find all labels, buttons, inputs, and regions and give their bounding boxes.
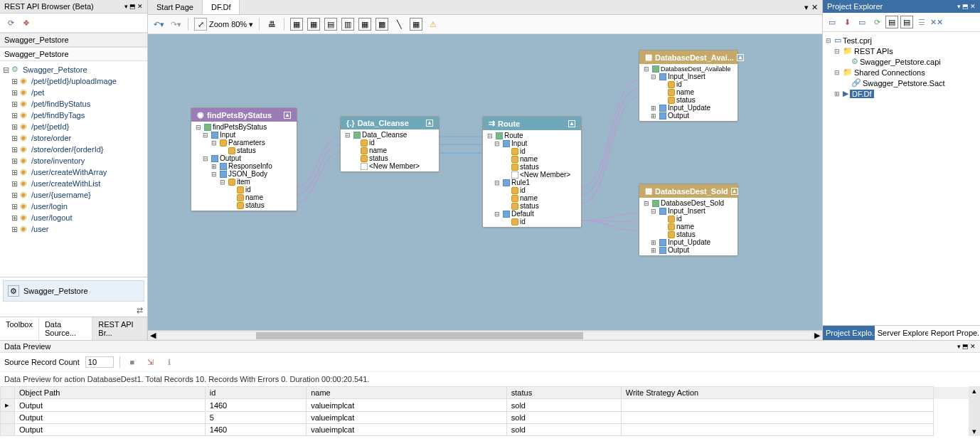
tree-leaf-selected[interactable]: DF.Df bbox=[850, 90, 874, 98]
node-database-dest-sold[interactable]: ▦DatabaseDest_Sold▲ ⊟DatabaseDest_Sold ⊟… bbox=[639, 184, 738, 256]
expand-icon[interactable]: ⊞ bbox=[10, 202, 18, 211]
horizontal-scrollbar[interactable]: ◀ ▶ bbox=[148, 330, 822, 340]
expand-icon[interactable]: ⊞ bbox=[10, 156, 18, 166]
expand-icon[interactable]: ⊞ bbox=[10, 225, 18, 234]
tab-close-icon[interactable]: ✕ bbox=[811, 3, 818, 12]
export-icon[interactable]: ⇲ bbox=[144, 356, 157, 368]
node-toggle-icon[interactable]: ▲ bbox=[731, 188, 738, 195]
tab-df-df[interactable]: DF.Df bbox=[203, 0, 240, 14]
refresh-icon[interactable]: ⟳ bbox=[870, 16, 883, 28]
tree-leaf[interactable]: Swagger_Petstore.capi bbox=[860, 58, 941, 66]
node-toggle-icon[interactable]: ▲ bbox=[568, 120, 575, 127]
tab-report-properties[interactable]: Report Prope... bbox=[928, 326, 980, 340]
undo-icon[interactable]: ↶▾ bbox=[152, 18, 165, 31]
dropdown-icon[interactable]: ▾ bbox=[124, 3, 128, 10]
pin-icon[interactable]: ⬒ bbox=[962, 343, 969, 350]
layout-4-icon[interactable]: ▥ bbox=[341, 18, 354, 31]
api-endpoint[interactable]: /user/login bbox=[31, 202, 68, 211]
tab-data-source[interactable]: Data Source... bbox=[39, 317, 92, 340]
api-endpoint[interactable]: /pet bbox=[31, 88, 44, 97]
layout-6-icon[interactable]: ▩ bbox=[376, 18, 388, 31]
api-endpoint[interactable]: /user/logout bbox=[31, 213, 72, 222]
scroll-up-icon[interactable]: ▴ bbox=[972, 386, 976, 395]
node-find-pets-by-status[interactable]: ◉findPetsByStatus▲ ⊟findPetsByStatus ⊟In… bbox=[191, 107, 297, 211]
tree-node[interactable]: Shared Connections bbox=[854, 68, 925, 77]
grid-icon[interactable]: ▦ bbox=[410, 18, 422, 31]
layout-5-icon[interactable]: ▦ bbox=[358, 18, 371, 31]
pin-icon[interactable]: ⬒ bbox=[129, 3, 136, 10]
tab-dropdown-icon[interactable]: ▾ bbox=[804, 3, 809, 12]
node-route[interactable]: ⇉Route▲ ⊟Route ⊟Input id name status <Ne… bbox=[482, 116, 582, 228]
expand-icon[interactable]: ⊞ bbox=[10, 179, 18, 189]
api-endpoint[interactable]: /pet/findByStatus bbox=[31, 100, 90, 108]
expand-icon[interactable]: ⊞ bbox=[10, 134, 18, 143]
col-object-path[interactable]: Object Path bbox=[15, 387, 206, 399]
api-endpoint[interactable]: /user bbox=[31, 225, 48, 233]
info-icon[interactable]: ℹ bbox=[163, 356, 176, 368]
tree-root-label[interactable]: Swagger_Petstore bbox=[23, 65, 87, 74]
pin-icon[interactable]: ⬒ bbox=[962, 3, 969, 10]
tool-icon-8[interactable]: ✕✕ bbox=[930, 16, 943, 28]
close-icon[interactable]: ✕ bbox=[970, 343, 976, 350]
expand-icon[interactable]: ⊞ bbox=[10, 191, 18, 200]
zoom-value[interactable]: 80% bbox=[231, 20, 247, 28]
data-preview-grid[interactable]: Object Path id name status Write Strateg… bbox=[0, 386, 969, 436]
api-endpoint[interactable]: /store/order/{orderId} bbox=[31, 145, 104, 154]
tab-rest-api-browser[interactable]: REST API Br... bbox=[92, 317, 147, 340]
api-endpoint[interactable]: /user/createWithList bbox=[31, 179, 100, 188]
expand-icon[interactable]: ⊞ bbox=[10, 213, 18, 223]
tab-toolbox[interactable]: Toolbox bbox=[0, 317, 39, 340]
col-id[interactable]: id bbox=[205, 387, 306, 399]
project-tree[interactable]: ⊟▭Test.cprj ⊟📁REST APIs ⚙Swagger_Petstor… bbox=[823, 32, 980, 325]
tool-icon-5[interactable]: ▤ bbox=[885, 16, 898, 28]
zoom-dropdown-icon[interactable]: ▾ bbox=[249, 20, 253, 29]
tool-icon-3[interactable]: ▭ bbox=[856, 16, 868, 28]
scroll-right-icon[interactable]: ▶ bbox=[812, 331, 822, 340]
nav-arrows[interactable]: ⇄ bbox=[0, 304, 147, 317]
warning-icon[interactable]: ⚠ bbox=[427, 18, 440, 31]
dropdown-icon[interactable]: ▾ bbox=[957, 343, 961, 350]
col-write-strategy[interactable]: Write Strategy Action bbox=[621, 387, 933, 399]
zoom-fit-icon[interactable]: ⤢ bbox=[194, 18, 207, 31]
dropdown-icon[interactable]: ▾ bbox=[957, 3, 961, 10]
col-status[interactable]: status bbox=[506, 387, 621, 399]
scroll-down-icon[interactable]: ▾ bbox=[972, 427, 976, 436]
close-icon[interactable]: ✕ bbox=[137, 3, 143, 10]
scroll-left-icon[interactable]: ◀ bbox=[148, 331, 158, 340]
line-tool-icon[interactable]: ╲ bbox=[393, 18, 405, 31]
tab-start-page[interactable]: Start Page bbox=[148, 0, 203, 14]
record-count-input[interactable] bbox=[85, 356, 114, 368]
layout-2-icon[interactable]: ▦ bbox=[307, 18, 320, 31]
tab-project-explorer[interactable]: Project Explo... bbox=[823, 326, 875, 340]
layout-3-icon[interactable]: ▤ bbox=[324, 18, 337, 31]
node-toggle-icon[interactable]: ▲ bbox=[737, 54, 744, 61]
refresh-icon[interactable]: ⟳ bbox=[4, 16, 17, 29]
tree-leaf[interactable]: Swagger_Petstore.Sact bbox=[863, 79, 945, 87]
layout-1-icon[interactable]: ▦ bbox=[290, 18, 303, 31]
redo-icon[interactable]: ↷▾ bbox=[169, 18, 182, 31]
api-endpoint[interactable]: /user/createWithArray bbox=[31, 168, 107, 176]
close-icon[interactable]: ✕ bbox=[970, 3, 976, 10]
expand-icon[interactable]: ⊞ bbox=[10, 145, 18, 154]
tool-icon-2[interactable]: ⬇ bbox=[841, 16, 853, 28]
tab-server-explorer[interactable]: Server Explorer bbox=[875, 326, 928, 340]
expand-icon[interactable]: ⊞ bbox=[10, 100, 18, 109]
stop-icon[interactable]: ■ bbox=[126, 356, 139, 368]
expand-icon[interactable]: ⊞ bbox=[10, 122, 18, 132]
api-endpoint[interactable]: /store/order bbox=[31, 134, 71, 142]
expand-icon[interactable]: ⊞ bbox=[10, 111, 18, 120]
api-tree[interactable]: ⊟⚙Swagger_Petstore ⊞◉/pet/{petId}/upload… bbox=[0, 61, 147, 277]
node-toggle-icon[interactable]: ▲ bbox=[284, 112, 291, 119]
expand-icon[interactable]: ⊞ bbox=[10, 168, 18, 177]
table-row[interactable]: ▸Output1460valueimplcatsold bbox=[1, 399, 969, 412]
tree-root[interactable]: Test.cprj bbox=[843, 36, 872, 45]
settings-label[interactable]: Swagger_Petstore bbox=[23, 287, 88, 295]
api-endpoint[interactable]: /pet/{petId}/uploadImage bbox=[31, 77, 117, 85]
expand-icon[interactable]: ⊞ bbox=[10, 77, 18, 86]
api-endpoint[interactable]: /store/inventory bbox=[31, 156, 85, 165]
col-name[interactable]: name bbox=[307, 387, 507, 399]
tree-node[interactable]: REST APIs bbox=[854, 47, 893, 55]
tool-icon-6[interactable]: ▤ bbox=[900, 16, 913, 28]
action-icon[interactable]: ❖ bbox=[20, 16, 33, 29]
dataflow-canvas[interactable]: ◉findPetsByStatus▲ ⊟findPetsByStatus ⊟In… bbox=[148, 34, 822, 330]
